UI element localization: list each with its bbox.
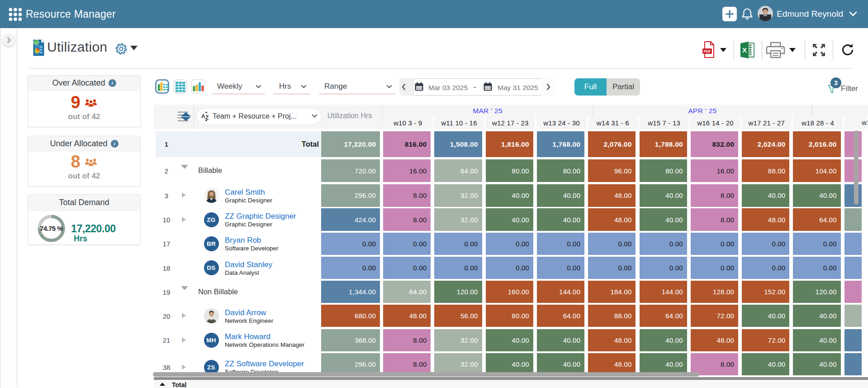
svg-text:X: X xyxy=(742,46,747,54)
svg-text:PDF: PDF xyxy=(704,49,711,53)
svg-text:Z: Z xyxy=(205,115,209,121)
svg-text:A: A xyxy=(201,113,205,120)
